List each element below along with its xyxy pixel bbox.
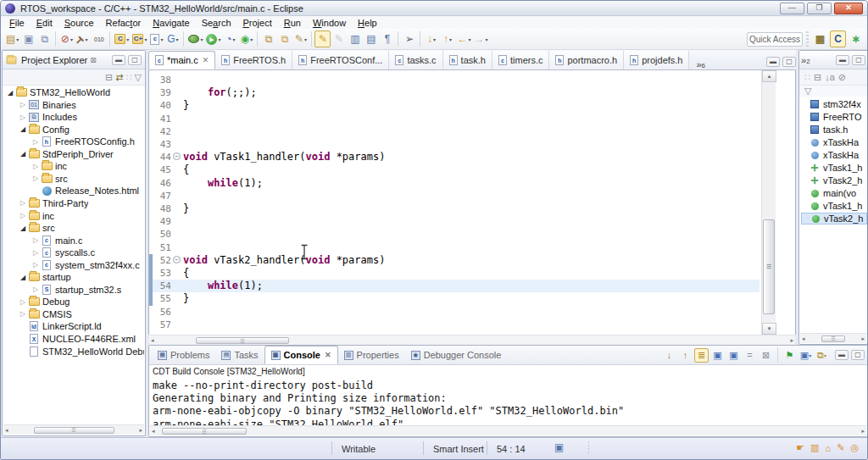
fold-collapse-icon[interactable]: −: [173, 152, 181, 160]
collapse-arrow-icon[interactable]: ◢: [19, 125, 27, 133]
console-maximize-button[interactable]: ▢: [851, 350, 865, 360]
expand-arrow-icon[interactable]: ▷: [31, 175, 40, 182]
tree-item-freertosconfig-h[interactable]: ▷hFreeRTOSConfig.h: [3, 136, 144, 147]
last-edit-location-icon[interactable]: ↓▾: [423, 30, 439, 47]
console-scroll-left-icon[interactable]: ◂: [152, 428, 155, 435]
outline-item-xtaskha[interactable]: xTaskHa: [801, 136, 867, 148]
mark-occurrences-icon[interactable]: ✎: [314, 30, 331, 47]
code-line[interactable]: for(;;);: [183, 86, 257, 98]
console-output[interactable]: make --no-print-directory post-buildGene…: [153, 380, 865, 426]
tree-item-config[interactable]: ◢Config: [3, 124, 144, 136]
title-bar[interactable]: RTOS_workspace - C/C++ - STM32_HelloWorl…: [1, 1, 867, 16]
scroll-up-icon[interactable]: ↑: [678, 348, 693, 363]
customize-view-icon[interactable]: ∷: [126, 73, 132, 82]
new-cpp-class-icon[interactable]: C+▾: [131, 30, 148, 47]
profile-icon[interactable]: ◔▾: [222, 30, 238, 47]
pen-icon[interactable]: ✎: [837, 442, 844, 453]
tree-item-system-stm32f4xx-c[interactable]: ▷csystem_stm32f4xx.c: [3, 259, 144, 271]
console-tab-properties[interactable]: ▥Properties: [338, 346, 405, 364]
expand-arrow-icon[interactable]: ▷: [19, 310, 27, 318]
outline-scroll-right-icon[interactable]: ▸: [861, 335, 865, 342]
tab-tasks-c[interactable]: ctasks.c: [389, 51, 442, 69]
code-line[interactable]: void vTask2_handler(void *params): [183, 254, 385, 266]
outline-scroll-left-icon[interactable]: ◂: [802, 335, 805, 342]
tree-item-main-c[interactable]: ▷cmain.c: [3, 235, 144, 247]
editor-scroll-thumb[interactable]: ☰: [763, 219, 775, 314]
tree-item-linkerscript-ld[interactable]: ldLinkerScript.ld: [3, 320, 144, 332]
collapse-arrow-icon[interactable]: ◢: [19, 274, 27, 281]
build-file-icon[interactable]: 010: [91, 30, 107, 47]
new-c-project-icon[interactable]: C▾: [113, 30, 131, 47]
link-with-editor-icon[interactable]: ⇄: [115, 73, 123, 82]
show-on-stdout-icon[interactable]: ▣: [710, 348, 725, 363]
menu-item-run[interactable]: Run: [278, 18, 307, 28]
menu-item-window[interactable]: Window: [307, 18, 352, 28]
status-editor-icon[interactable]: ▣: [554, 442, 564, 452]
editor-hscroll-thumb[interactable]: ☰: [196, 337, 289, 344]
show-whitespace-icon[interactable]: ¶: [379, 30, 395, 47]
tab-freertos-h[interactable]: hFreeRTOS.h: [215, 51, 292, 69]
tab-portmacro-h[interactable]: hportmacro.h: [549, 51, 624, 69]
run-icon[interactable]: ▶▾: [204, 30, 222, 47]
new-wizard-icon[interactable]: ▤▾: [4, 30, 20, 47]
tab-main-c[interactable]: c*main.c✕: [148, 51, 215, 69]
project-explorer-close-icon[interactable]: ⊠: [90, 56, 97, 64]
console-tab-problems[interactable]: ▦Problems: [152, 346, 215, 364]
tree-item-inc[interactable]: ▷inc: [3, 210, 144, 222]
code-generate-icon[interactable]: G▾: [164, 30, 181, 47]
tab-task-h[interactable]: htask.h: [443, 51, 492, 69]
tree-item-third-party[interactable]: ▷Third-Party: [3, 197, 144, 209]
toggle-source-header-icon[interactable]: ▥: [347, 30, 363, 47]
collapse-arrow-icon[interactable]: ◢: [6, 89, 14, 97]
tree-item-startup-stm32-s[interactable]: ▷Sstartup_stm32.s: [3, 284, 144, 296]
editor-scroll-right-icon[interactable]: ▸: [790, 337, 793, 344]
code-line[interactable]: while(1);: [183, 177, 263, 189]
pe-scroll-thumb[interactable]: ☰: [34, 427, 114, 434]
tree-item-inc[interactable]: ▷inc: [3, 160, 144, 172]
outline-maximize-button[interactable]: ▢: [852, 55, 865, 65]
console-tab-close-icon[interactable]: ✕: [325, 351, 331, 359]
expand-arrow-icon[interactable]: ▷: [31, 163, 40, 170]
menu-item-file[interactable]: File: [3, 18, 31, 28]
console-tab-debugger-console[interactable]: ◉Debugger Console: [405, 346, 508, 364]
open-perspective-icon[interactable]: ▦: [812, 30, 828, 47]
show-on-stderr-icon[interactable]: ▣: [726, 348, 741, 363]
outline-tab-overflow[interactable]: »2: [801, 55, 810, 65]
external-tools-icon[interactable]: ◉▾: [238, 30, 254, 47]
expand-arrow-icon[interactable]: ▷: [31, 249, 40, 257]
outline-scroll-thumb[interactable]: ☰: [821, 335, 845, 342]
tree-item-stm32-helloworld[interactable]: ◢STM32_HelloWorld: [3, 86, 144, 98]
selection-pointer-icon[interactable]: ➢: [401, 30, 417, 47]
outline-item-vtask2-h[interactable]: vTask2_h: [801, 213, 867, 224]
code-line[interactable]: while(1);: [183, 280, 263, 291]
menu-item-source[interactable]: Source: [58, 18, 100, 28]
expand-arrow-icon[interactable]: ▷: [31, 285, 40, 293]
view-menu-icon[interactable]: ▽: [135, 73, 142, 82]
expand-arrow-icon[interactable]: ▷: [19, 114, 27, 121]
pe-minimize-button[interactable]: ▬: [112, 55, 125, 65]
tree-item-src[interactable]: ◢src: [3, 222, 144, 234]
menu-item-search[interactable]: Search: [196, 18, 237, 28]
open-console-icon[interactable]: ⧉▾: [815, 348, 829, 363]
minimize-button[interactable]: —: [780, 3, 804, 14]
show-annotations-icon[interactable]: ✎: [331, 30, 347, 47]
tab-freertosconf[interactable]: hFreeRTOSConf...: [292, 51, 389, 69]
editor-horizontal-scrollbar[interactable]: ◂ ☰ ▸: [149, 335, 795, 345]
skip-all-breakpoints-icon[interactable]: ⊘▾: [58, 30, 75, 47]
code-line[interactable]: }: [183, 292, 189, 304]
tree-item-includes[interactable]: ▷⧉Includes: [3, 111, 144, 123]
editor-scroll-left-icon[interactable]: ◂: [151, 337, 154, 344]
menu-item-project[interactable]: Project: [237, 18, 278, 28]
outline-horizontal-scrollbar[interactable]: ◂ ☰ ▸: [800, 333, 866, 343]
tree-item-nucleo-f446re-xml[interactable]: XNUCLEO-F446RE.xml: [3, 333, 144, 345]
outline-item-main-vo[interactable]: main(vo: [801, 187, 867, 199]
tree-item-stm32-helloworld-debug[interactable]: STM32_HelloWorld Debug: [3, 346, 144, 357]
show-include-browser-icon[interactable]: ▤: [363, 30, 379, 47]
pe-scroll-left-icon[interactable]: ◂: [5, 427, 8, 434]
outline-item-task-h[interactable]: task.h: [801, 124, 867, 136]
tree-item-stdperiph-driver[interactable]: ◢StdPeriph_Driver: [3, 148, 144, 160]
c-cpp-perspective-icon[interactable]: C: [830, 30, 846, 47]
menu-item-navigate[interactable]: Navigate: [147, 18, 195, 28]
focus-element-icon[interactable]: ∷: [804, 73, 810, 82]
outline-item-vtask2-h[interactable]: ✛vTask2_h: [801, 175, 867, 186]
